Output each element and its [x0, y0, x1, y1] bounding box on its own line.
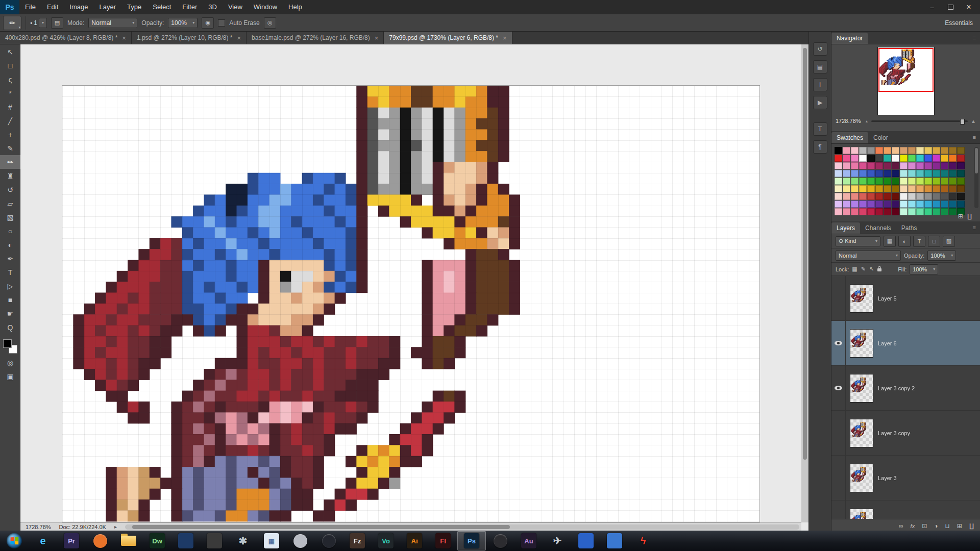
eyedropper-tool[interactable]: ╱ [0, 114, 20, 128]
vertical-scrollbar[interactable] [801, 44, 808, 522]
shape-tool[interactable]: ■ [0, 293, 20, 307]
layer-row-layer-3-copy[interactable]: Layer 3 copy [831, 411, 980, 456]
color-swatch-17[interactable] [843, 155, 850, 162]
delete-swatch-icon[interactable]: ∐ [967, 213, 972, 220]
dreamweaver-icon[interactable]: Dw [143, 531, 172, 550]
color-swatch-103[interactable] [892, 193, 899, 200]
color-swatch-129[interactable] [843, 208, 850, 215]
color-swatch-112[interactable] [835, 201, 842, 208]
menu-type[interactable]: Type [121, 0, 147, 14]
color-swatch-99[interactable] [859, 193, 867, 200]
menu-layer[interactable]: Layer [94, 0, 122, 14]
color-swatch-85[interactable] [875, 185, 883, 192]
layer-thumbnail[interactable] [850, 464, 873, 492]
color-swatch-42[interactable] [916, 162, 924, 169]
menu-image[interactable]: Image [64, 0, 93, 14]
color-swatch-16[interactable] [835, 155, 842, 162]
color-swatch-94[interactable] [949, 185, 957, 192]
color-swatch-75[interactable] [924, 178, 932, 185]
color-swatch-35[interactable] [859, 162, 867, 169]
internet-explorer-icon[interactable]: e [29, 531, 57, 550]
app-blue-icon[interactable] [172, 531, 200, 550]
layer-effects-icon[interactable]: fx [911, 523, 915, 529]
color-swatch-78[interactable] [949, 178, 957, 185]
color-swatch-59[interactable] [924, 170, 932, 177]
current-tool-badge[interactable]: ✏▾ [3, 16, 21, 30]
color-swatch-1[interactable] [843, 147, 850, 154]
foreground-color-swatch[interactable] [3, 339, 12, 348]
layers-opacity-dropdown[interactable]: 100%▾ [927, 251, 956, 261]
color-swatch-12[interactable] [933, 147, 940, 154]
color-swatch-113[interactable] [843, 201, 850, 208]
color-swatch-14[interactable] [949, 147, 957, 154]
color-swatch-139[interactable] [924, 208, 932, 215]
color-swatch-133[interactable] [875, 208, 883, 215]
kind-filter-dropdown[interactable]: ⊙ Kind ▾ [836, 236, 880, 246]
lock-transparency-icon[interactable]: ▦ [852, 266, 857, 272]
layer-row-layer-3-copy-2[interactable]: Layer 3 copy 2 [831, 366, 980, 411]
info-panel-icon[interactable]: i [813, 78, 827, 91]
premiere-icon[interactable]: Pr [57, 531, 86, 550]
color-swatch-67[interactable] [859, 178, 867, 185]
color-swatch-6[interactable] [884, 147, 891, 154]
color-swatch-26[interactable] [916, 155, 924, 162]
navigator-zoom-slider[interactable]: ▲ ▲ [865, 118, 976, 124]
document-tab-0[interactable]: 400x280.psd @ 426% (Layer 8, RGB/8) *× [0, 32, 132, 44]
color-swatch-82[interactable] [851, 185, 859, 192]
menu-file[interactable]: File [19, 0, 41, 14]
color-swatch-114[interactable] [851, 201, 859, 208]
color-swatch-71[interactable] [892, 178, 899, 185]
color-swatch-120[interactable] [900, 201, 908, 208]
layer-name[interactable]: Layer 6 [878, 340, 897, 346]
color-swatch-83[interactable] [859, 185, 867, 192]
workspace-switcher[interactable]: Essentials [945, 19, 973, 27]
lock-all-icon[interactable] [877, 268, 881, 271]
tablet-pressure-icon[interactable]: ◉ [202, 17, 214, 29]
color-swatch-141[interactable] [941, 208, 948, 215]
color-swatch-44[interactable] [933, 162, 940, 169]
document-canvas[interactable] [62, 86, 760, 522]
menu-window[interactable]: Window [248, 0, 283, 14]
color-swatch-73[interactable] [908, 178, 916, 185]
document-tab-2[interactable]: base1male.psd @ 272% (Layer 16, RGB/8)× [247, 32, 384, 44]
color-swatch-92[interactable] [933, 185, 940, 192]
color-picker-widget[interactable] [3, 339, 17, 354]
zoom-slider-handle[interactable] [960, 119, 965, 124]
color-swatch-23[interactable] [892, 155, 899, 162]
history-brush-tool[interactable]: ↺ [0, 183, 20, 196]
delete-layer-icon[interactable]: ∐ [969, 522, 974, 530]
color-swatch-49[interactable] [843, 170, 850, 177]
fill-dropdown[interactable]: 100%▾ [910, 264, 938, 274]
history-panel-icon[interactable]: ↺ [813, 42, 827, 56]
layer-visibility-toggle[interactable] [831, 321, 846, 365]
color-swatch-127[interactable] [957, 201, 965, 208]
color-swatch-77[interactable] [941, 178, 948, 185]
color-swatch-48[interactable] [835, 170, 842, 177]
pencil-tool[interactable]: ✏ [0, 155, 20, 169]
new-swatch-icon[interactable]: ⊞ [958, 213, 963, 220]
color-swatch-91[interactable] [924, 185, 932, 192]
color-swatch-84[interactable] [867, 185, 875, 192]
healing-brush-tool[interactable]: + [0, 128, 20, 141]
quick-select-tool[interactable]: * [0, 86, 20, 100]
color-swatch-66[interactable] [851, 178, 859, 185]
audition-icon[interactable]: Au [514, 531, 543, 550]
color-swatch-118[interactable] [884, 201, 891, 208]
horizontal-scrollbar-thumb[interactable] [132, 525, 510, 529]
color-swatch-142[interactable] [949, 208, 957, 215]
color-swatch-96[interactable] [835, 193, 842, 200]
color-swatch-110[interactable] [949, 193, 957, 200]
color-swatch-40[interactable] [900, 162, 908, 169]
messenger-icon[interactable] [600, 531, 629, 550]
lock-position-icon[interactable]: ↖ [869, 266, 874, 272]
pen-tool[interactable]: ✒ [0, 252, 20, 265]
color-swatch-95[interactable] [957, 185, 965, 192]
color-swatch-88[interactable] [900, 185, 908, 192]
color-swatch-123[interactable] [924, 201, 932, 208]
color-swatch-46[interactable] [949, 162, 957, 169]
color-swatch-97[interactable] [843, 193, 850, 200]
color-swatch-102[interactable] [884, 193, 891, 200]
color-swatch-38[interactable] [884, 162, 891, 169]
panel-menu-icon[interactable]: ≡ [973, 35, 976, 41]
color-swatch-86[interactable] [884, 185, 891, 192]
